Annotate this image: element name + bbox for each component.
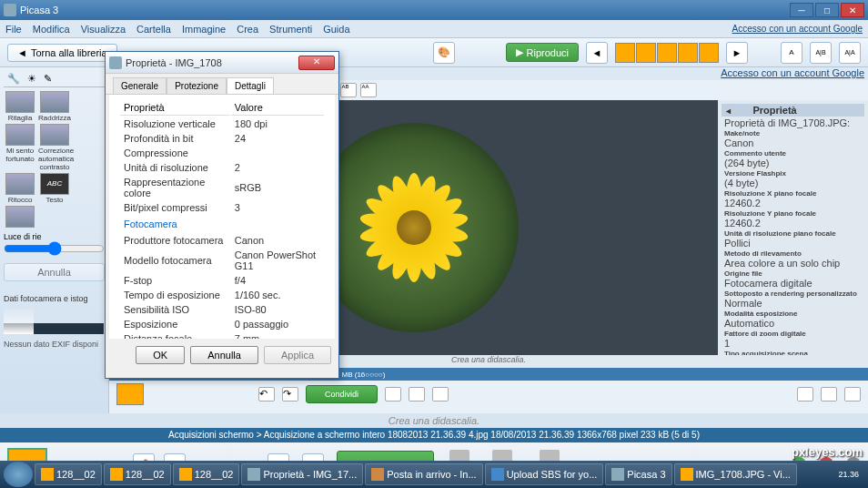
inner-zoom-icon[interactable] [844, 387, 861, 402]
inner-rotate-right-icon[interactable]: ↷ [282, 387, 298, 402]
thumb[interactable] [615, 43, 635, 63]
back-to-library-button[interactable]: ◄ Torna alla libreria [7, 44, 117, 62]
prop-name: Bit/pixel compressi [120, 201, 229, 214]
signin-link[interactable]: Accesso con un account Google [732, 24, 863, 34]
prop-name: Risoluzione verticale [120, 117, 229, 130]
brightness-icon[interactable]: ☀ [27, 73, 36, 85]
inner-prop-name: Fattore di zoom digitale [724, 329, 862, 339]
taskbar-item[interactable]: Proprietà - IMG_17... [241, 463, 363, 485]
prop-value: Canon [231, 234, 324, 247]
inner-signin[interactable]: Accesso con un account Google [721, 67, 864, 80]
straighten-tool[interactable]: Raddrizza [38, 91, 71, 122]
taskbar-item[interactable]: Posta in arrivo - In... [365, 463, 482, 485]
inner-prop-name: Tipo acquisizione scena [724, 349, 862, 355]
exif-heading: Dati fotocamera e istog [4, 294, 105, 303]
prev-button[interactable]: ◄ [586, 42, 608, 64]
prop-value: 3 [231, 201, 324, 214]
taskbar-item[interactable]: 128__02 [104, 463, 171, 485]
tab-security[interactable]: Protezione [167, 77, 227, 94]
prop-value: 7 mm [231, 332, 324, 339]
wrench-icon[interactable]: 🔧 [7, 73, 20, 85]
view-mode-a[interactable]: A [781, 42, 802, 64]
dialog-close-button[interactable]: ✕ [298, 56, 335, 70]
ok-button[interactable]: OK [136, 346, 185, 364]
taskbar-item[interactable]: Picasa 3 [605, 463, 671, 485]
menu-folder[interactable]: Cartella [136, 24, 171, 35]
inner-prop-value: (4 byte) [724, 178, 758, 188]
prop-value: 2 [231, 161, 324, 174]
inner-prop-value: Pollici [724, 238, 751, 249]
inner-pin-icon[interactable] [821, 387, 837, 402]
view-mode-ab[interactable]: A|B [810, 42, 832, 64]
apply-button: Applica [264, 346, 331, 364]
play-button[interactable]: ▶ Riproduci [506, 43, 579, 62]
inner-prop-value: 12460.2 [724, 198, 761, 208]
inner-bottom-thumb[interactable] [116, 383, 144, 405]
taskbar-item[interactable]: 128__02 [35, 463, 102, 485]
clock[interactable]: 21.36 [833, 470, 864, 479]
menu-edit[interactable]: Modifica [33, 24, 70, 35]
brush-icon[interactable]: ✎ [44, 73, 52, 85]
minimize-button[interactable]: ─ [790, 3, 813, 17]
section-camera: Fotocamera [120, 216, 324, 232]
inner-print-icon[interactable] [409, 387, 425, 402]
menu-image[interactable]: Immagine [182, 24, 226, 35]
text-tool[interactable]: ABCTesto [38, 173, 71, 204]
tab-details[interactable]: Dettagli [227, 77, 274, 94]
inner-prop-value: 12460.2 [724, 218, 761, 229]
contrast-tool[interactable]: Correzione automatica contrasto [38, 124, 71, 171]
taskbar-item[interactable]: Upload SBS for yo... [485, 463, 604, 485]
inner-export-icon[interactable] [432, 387, 449, 402]
inner-share-button[interactable]: Condividi [306, 385, 378, 403]
status-bar: Acquisizioni schermo > Acquisizione a sc… [0, 428, 868, 442]
flower-image [350, 164, 478, 291]
dialog-title: Proprietà - IMG_1708 [126, 57, 298, 68]
thumb[interactable] [657, 43, 677, 63]
menubar: File Modifica Visualizza Cartella Immagi… [0, 20, 868, 38]
menu-help[interactable]: Guida [323, 24, 349, 35]
maximize-button[interactable]: □ [815, 3, 839, 17]
properties-dialog: Proprietà - IMG_1708 ✕ Generale Protezio… [105, 51, 339, 379]
prop-name: Esposizione [120, 318, 229, 330]
inner-prop-value: Normale [724, 298, 762, 309]
inner-view-ab[interactable]: AB [340, 83, 357, 97]
inner-prop-value: Fotocamera digitale [724, 278, 812, 289]
thumb[interactable] [636, 43, 656, 63]
dialog-body[interactable]: ProprietàValore Risoluzione verticale180… [109, 95, 335, 339]
start-button[interactable] [4, 462, 33, 487]
menu-create[interactable]: Crea [237, 24, 258, 35]
thumb[interactable] [678, 43, 698, 63]
col-value: Valore [231, 100, 324, 116]
taskbar-item[interactable]: IMG_1708.JPG - Vi... [674, 463, 797, 485]
palette-icon[interactable]: 🎨 [433, 42, 455, 64]
menu-tools[interactable]: Strumenti [269, 24, 312, 35]
tools-sidebar: 🔧 ☀ ✎ Ritaglia Raddrizza Mi sento fortun… [0, 67, 109, 413]
taskbar-item[interactable]: 128__02 [173, 463, 240, 485]
view-mode-aa[interactable]: A|A [839, 42, 861, 64]
menu-file[interactable]: File [5, 24, 22, 35]
inner-view-aa[interactable]: AA [360, 83, 377, 97]
inner-prop-value: (264 byte) [724, 158, 770, 168]
next-button[interactable]: ► [726, 42, 748, 64]
close-button[interactable]: ✕ [841, 3, 864, 17]
caption-input[interactable]: Crea una didascalia. [0, 413, 868, 428]
crop-tool[interactable]: Ritaglia [4, 91, 36, 122]
inner-rotate-left-icon[interactable]: ↶ [258, 387, 275, 402]
light-slider[interactable] [4, 241, 105, 256]
inner-email-icon[interactable] [385, 387, 401, 402]
inner-tag-icon[interactable] [797, 387, 813, 402]
window-titlebar: Picasa 3 ─ □ ✕ [0, 0, 868, 20]
cancel-button[interactable]: Annulla [190, 346, 258, 364]
prop-value: 180 dpi [231, 117, 324, 130]
light-label: Luce di rie [4, 232, 105, 241]
lucky-tool[interactable]: Mi sento fortunato [4, 124, 36, 171]
windows-taskbar: 128__02 128__02 128__02 Proprietà - IMG_… [0, 461, 868, 488]
prop-value: 24 [231, 132, 324, 145]
window-title: Picasa 3 [20, 5, 790, 15]
thumb[interactable] [699, 43, 719, 63]
extra-tool[interactable] [4, 206, 36, 229]
tab-general[interactable]: Generale [113, 77, 167, 94]
retouch-tool[interactable]: Ritocco [4, 173, 36, 204]
menu-view[interactable]: Visualizza [81, 24, 126, 35]
prop-name: Produttore fotocamera [120, 234, 229, 247]
